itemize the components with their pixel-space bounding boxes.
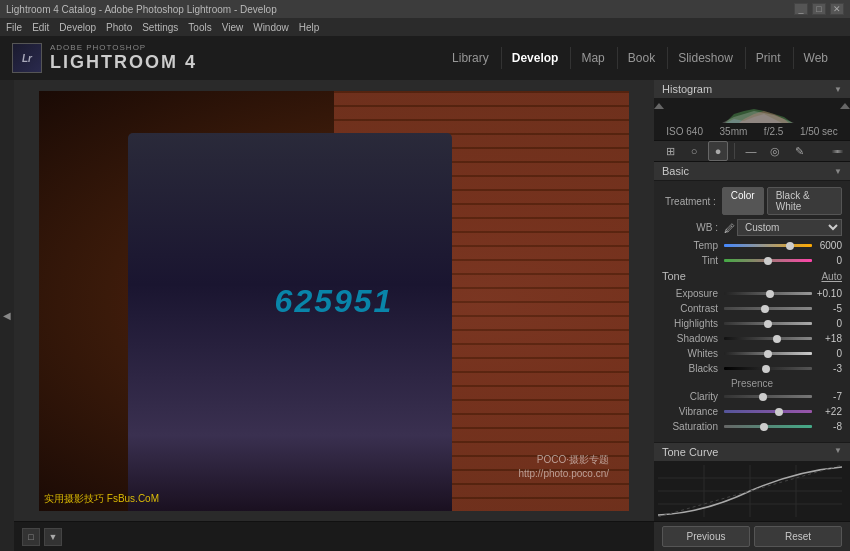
menu-file[interactable]: File <box>6 22 22 33</box>
treatment-label: Treatment : <box>662 196 722 207</box>
treatment-buttons: Color Black & White <box>722 187 842 215</box>
filmstrip-dropdown[interactable]: ▼ <box>44 528 62 546</box>
left-collapse-icon: ◀ <box>3 310 11 321</box>
tool-heal[interactable]: ○ <box>684 141 704 161</box>
tab-print[interactable]: Print <box>745 47 791 69</box>
tool-grad[interactable]: — <box>741 141 761 161</box>
previous-button[interactable]: Previous <box>662 526 750 547</box>
clarity-row: Clarity -7 <box>662 391 842 402</box>
whites-slider-thumb[interactable] <box>764 350 772 358</box>
tool-brush[interactable]: ✎ <box>789 141 809 161</box>
highlights-row: Highlights 0 <box>662 318 842 329</box>
iso-value: ISO 640 <box>666 126 703 137</box>
treatment-bw-btn[interactable]: Black & White <box>767 187 842 215</box>
menu-develop[interactable]: Develop <box>59 22 96 33</box>
reset-button[interactable]: Reset <box>754 526 842 547</box>
basic-header[interactable]: Basic ▼ <box>654 162 850 181</box>
clarity-slider-thumb[interactable] <box>759 393 767 401</box>
tint-slider-track[interactable] <box>724 259 812 262</box>
lr-badge: Lr <box>12 43 42 73</box>
focal-value: 35mm <box>720 126 748 137</box>
blacks-row: Blacks -3 <box>662 363 842 374</box>
shadows-slider-thumb[interactable] <box>773 335 781 343</box>
menu-tools[interactable]: Tools <box>188 22 211 33</box>
histogram-collapse-icon: ▼ <box>834 85 842 94</box>
menu-settings[interactable]: Settings <box>142 22 178 33</box>
exposure-slider-track[interactable] <box>724 292 812 295</box>
photo-area: 625951 POCO·摄影专题http://photo.poco.cn/ 实用… <box>14 80 654 551</box>
temp-slider-thumb[interactable] <box>786 242 794 250</box>
photo-watermark-poco: POCO·摄影专题http://photo.poco.cn/ <box>518 453 609 481</box>
menu-edit[interactable]: Edit <box>32 22 49 33</box>
clarity-slider-track[interactable] <box>724 395 812 398</box>
saturation-slider-thumb[interactable] <box>760 423 768 431</box>
exposure-slider-thumb[interactable] <box>766 290 774 298</box>
filmstrip-frame-icon[interactable]: □ <box>22 528 40 546</box>
titlebar: Lightroom 4 Catalog - Adobe Photoshop Li… <box>0 0 850 18</box>
clarity-value: -7 <box>812 391 842 402</box>
auto-button[interactable]: Auto <box>821 271 842 282</box>
shadows-slider-track[interactable] <box>724 337 812 340</box>
treatment-row: Treatment : Color Black & White <box>662 187 842 215</box>
close-button[interactable]: ✕ <box>830 3 844 15</box>
vibrance-control <box>724 410 812 413</box>
temp-control <box>724 244 812 247</box>
menu-photo[interactable]: Photo <box>106 22 132 33</box>
contrast-label: Contrast <box>662 303 724 314</box>
tab-library[interactable]: Library <box>442 47 499 69</box>
highlights-slider-track[interactable] <box>724 322 812 325</box>
tool-crop[interactable]: ⊞ <box>660 141 680 161</box>
blacks-value: -3 <box>812 363 842 374</box>
tab-map[interactable]: Map <box>570 47 614 69</box>
photo-frame: 625951 POCO·摄影专题http://photo.poco.cn/ 实用… <box>39 91 629 511</box>
tool-redeye[interactable]: ● <box>708 141 728 161</box>
tone-header-row: Tone Auto <box>662 270 842 284</box>
whites-control <box>724 352 812 355</box>
whites-row: Whites 0 <box>662 348 842 359</box>
clarity-label: Clarity <box>662 391 724 402</box>
highlights-label: Highlights <box>662 318 724 329</box>
window-controls[interactable]: _ □ ✕ <box>794 3 844 15</box>
maximize-button[interactable]: □ <box>812 3 826 15</box>
whites-slider-track[interactable] <box>724 352 812 355</box>
whites-value: 0 <box>812 348 842 359</box>
tab-slideshow[interactable]: Slideshow <box>667 47 743 69</box>
tint-slider-thumb[interactable] <box>764 257 772 265</box>
vibrance-slider-track[interactable] <box>724 410 812 413</box>
bottom-buttons: Previous Reset <box>654 521 850 551</box>
aperture-value: f/2.5 <box>764 126 783 137</box>
contrast-slider-thumb[interactable] <box>761 305 769 313</box>
highlights-slider-thumb[interactable] <box>764 320 772 328</box>
blacks-slider-track[interactable] <box>724 367 812 370</box>
photo-watermark: 625951 <box>275 282 394 319</box>
contrast-value: -5 <box>812 303 842 314</box>
tool-divider <box>734 143 735 159</box>
vibrance-row: Vibrance +22 <box>662 406 842 417</box>
highlights-value: 0 <box>812 318 842 329</box>
treatment-color-btn[interactable]: Color <box>722 187 764 215</box>
tone-curve-header[interactable]: Tone Curve ▼ <box>654 442 850 461</box>
menu-help[interactable]: Help <box>299 22 320 33</box>
tab-book[interactable]: Book <box>617 47 665 69</box>
tab-develop[interactable]: Develop <box>501 47 569 69</box>
tint-control <box>724 259 812 262</box>
menu-view[interactable]: View <box>222 22 244 33</box>
tint-row: Tint 0 <box>662 255 842 266</box>
left-panel-toggle[interactable]: ◀ <box>0 80 14 551</box>
minimize-button[interactable]: _ <box>794 3 808 15</box>
wb-select[interactable]: Custom As Shot Auto Daylight Cloudy Shad… <box>737 219 842 236</box>
histogram-header[interactable]: Histogram ▼ <box>654 80 850 99</box>
saturation-slider-track[interactable] <box>724 425 812 428</box>
wb-row: WB : 🖉 Custom As Shot Auto Daylight Clou… <box>662 219 842 236</box>
tool-strip: ⊞ ○ ● — ◎ ✎ <box>654 141 850 162</box>
eyedropper-icon[interactable]: 🖉 <box>724 222 735 234</box>
blacks-slider-thumb[interactable] <box>762 365 770 373</box>
tool-radial[interactable]: ◎ <box>765 141 785 161</box>
vibrance-slider-thumb[interactable] <box>775 408 783 416</box>
tab-web[interactable]: Web <box>793 47 838 69</box>
photo-container: 625951 POCO·摄影专题http://photo.poco.cn/ 实用… <box>14 80 654 521</box>
menu-window[interactable]: Window <box>253 22 289 33</box>
temp-slider-track[interactable] <box>724 244 812 247</box>
exposure-control <box>724 292 812 295</box>
contrast-slider-track[interactable] <box>724 307 812 310</box>
